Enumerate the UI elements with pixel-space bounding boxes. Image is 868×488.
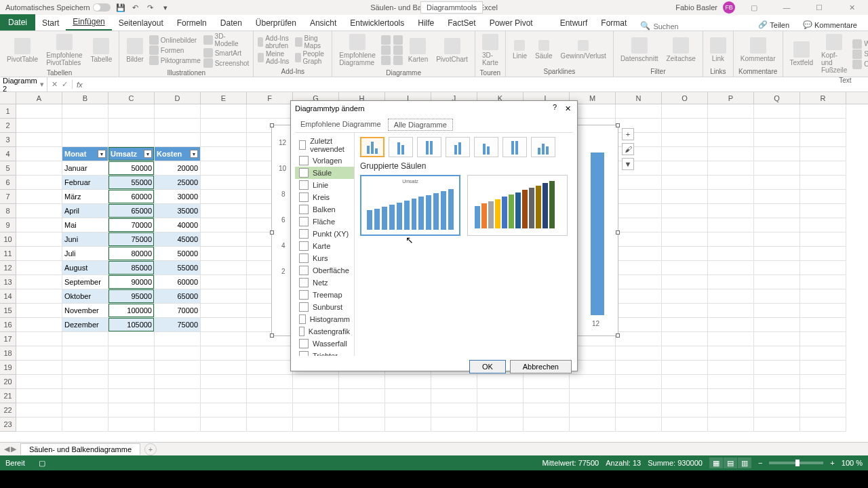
icons-button[interactable]: Piktogramme bbox=[149, 56, 201, 65]
cell[interactable] bbox=[16, 176, 62, 190]
cell[interactable] bbox=[16, 289, 62, 304]
cell[interactable] bbox=[616, 104, 662, 119]
save-icon[interactable]: 💾 bbox=[116, 3, 125, 12]
cell[interactable] bbox=[754, 204, 800, 218]
cell[interactable]: 60000 bbox=[155, 275, 201, 289]
row-header[interactable]: 2 bbox=[0, 119, 16, 133]
cell[interactable] bbox=[708, 261, 754, 275]
slicer-button[interactable]: Datenschnitt bbox=[618, 36, 661, 64]
cell[interactable] bbox=[754, 190, 800, 204]
zoom-slider[interactable] bbox=[769, 462, 823, 464]
cell[interactable] bbox=[339, 403, 385, 418]
subtype-3d-column[interactable] bbox=[531, 137, 555, 157]
cell[interactable] bbox=[155, 133, 201, 147]
subtype-3d-clustered[interactable] bbox=[446, 137, 470, 157]
cell[interactable] bbox=[708, 119, 754, 133]
cell[interactable]: September bbox=[62, 275, 108, 289]
cell[interactable] bbox=[754, 161, 800, 176]
cell[interactable] bbox=[16, 346, 62, 361]
maps-button[interactable]: Karten bbox=[406, 37, 431, 64]
cell[interactable] bbox=[16, 332, 62, 346]
chart-category-item[interactable]: Netz bbox=[295, 277, 354, 289]
cell[interactable] bbox=[247, 104, 293, 119]
cell[interactable] bbox=[201, 247, 247, 261]
cell[interactable]: 85000 bbox=[108, 261, 155, 275]
cell[interactable] bbox=[754, 247, 800, 261]
cell[interactable] bbox=[708, 104, 754, 119]
shapes-button[interactable]: Formen bbox=[149, 45, 201, 55]
row-header[interactable]: 22 bbox=[0, 403, 16, 418]
cell[interactable] bbox=[339, 389, 385, 403]
cell[interactable]: 30000 bbox=[155, 190, 201, 204]
chart-category-item[interactable]: Linie bbox=[295, 179, 354, 191]
close-icon[interactable]: ✕ bbox=[838, 0, 865, 15]
subtype-100-stacked-column[interactable] bbox=[417, 137, 441, 157]
chart-category-item[interactable]: Kurs bbox=[295, 252, 354, 264]
cell[interactable] bbox=[708, 361, 754, 375]
cell[interactable] bbox=[385, 389, 431, 403]
tab-hilfe[interactable]: Hilfe bbox=[411, 16, 441, 30]
my-addins-button[interactable]: Meine Add-Ins bbox=[258, 50, 292, 65]
tab-ansicht[interactable]: Ansicht bbox=[303, 16, 343, 30]
row-header[interactable]: 23 bbox=[0, 418, 16, 432]
recommended-charts-button[interactable]: Empfohlene Diagramme bbox=[336, 33, 378, 68]
get-addins-button[interactable]: Add-Ins abrufen bbox=[258, 35, 292, 49]
cell[interactable] bbox=[800, 133, 846, 147]
user-avatar[interactable]: FB bbox=[723, 1, 735, 14]
cell[interactable] bbox=[616, 418, 662, 432]
filter-dropdown-icon[interactable]: ▼ bbox=[144, 150, 152, 158]
cell[interactable] bbox=[524, 389, 570, 403]
cell[interactable] bbox=[662, 332, 708, 346]
cell[interactable] bbox=[201, 289, 247, 304]
cell[interactable] bbox=[16, 119, 62, 133]
cell[interactable] bbox=[662, 403, 708, 418]
cell[interactable] bbox=[754, 418, 800, 432]
tab-factset[interactable]: FactSet bbox=[441, 16, 482, 30]
cell[interactable] bbox=[616, 332, 662, 346]
cell[interactable] bbox=[662, 247, 708, 261]
dialog-tab-all[interactable]: Alle Diagramme bbox=[388, 119, 453, 131]
cell[interactable] bbox=[754, 218, 800, 232]
cell[interactable] bbox=[108, 389, 155, 403]
subtype-3d-stacked[interactable] bbox=[474, 137, 498, 157]
cell[interactable] bbox=[662, 119, 708, 133]
cell[interactable] bbox=[339, 418, 385, 432]
cell[interactable] bbox=[662, 346, 708, 361]
cell[interactable] bbox=[708, 190, 754, 204]
cell[interactable]: November bbox=[62, 304, 108, 318]
cell[interactable] bbox=[616, 304, 662, 318]
cell[interactable] bbox=[616, 232, 662, 247]
cell[interactable] bbox=[800, 275, 846, 289]
cell[interactable] bbox=[155, 403, 201, 418]
chart-category-item[interactable]: Treemap bbox=[295, 289, 354, 301]
cell[interactable] bbox=[662, 275, 708, 289]
cell[interactable] bbox=[800, 346, 846, 361]
cell[interactable] bbox=[616, 361, 662, 375]
cell[interactable] bbox=[247, 361, 293, 375]
tab-daten[interactable]: Daten bbox=[214, 16, 249, 30]
cell[interactable]: 70000 bbox=[155, 304, 201, 318]
timeline-button[interactable]: Zeitachse bbox=[663, 36, 698, 64]
cell[interactable] bbox=[16, 133, 62, 147]
autosave-toggle[interactable]: Automatisches Speichern bbox=[5, 3, 111, 12]
sparkline-winloss-button[interactable]: Gewinn/Verlust bbox=[558, 39, 609, 61]
cell[interactable] bbox=[754, 389, 800, 403]
cell[interactable] bbox=[201, 418, 247, 432]
comments-button[interactable]: 💬 Kommentare bbox=[797, 19, 863, 30]
cell[interactable] bbox=[201, 318, 247, 332]
cell[interactable] bbox=[754, 232, 800, 247]
cell[interactable]: 20000 bbox=[155, 161, 201, 176]
cell[interactable] bbox=[201, 218, 247, 232]
cell[interactable]: 65000 bbox=[155, 289, 201, 304]
sparkline-column-button[interactable]: Säule bbox=[532, 39, 555, 61]
chart-stat-button[interactable] bbox=[393, 45, 403, 55]
cell[interactable] bbox=[800, 147, 846, 161]
cell[interactable] bbox=[616, 218, 662, 232]
cell[interactable] bbox=[201, 119, 247, 133]
cell[interactable] bbox=[16, 403, 62, 418]
table-button[interactable]: Tabelle bbox=[88, 37, 115, 64]
chart-category-item[interactable]: Karte bbox=[295, 240, 354, 252]
tab-einfuegen[interactable]: Einfügen bbox=[66, 14, 111, 30]
cell[interactable] bbox=[754, 104, 800, 119]
cell[interactable] bbox=[616, 247, 662, 261]
